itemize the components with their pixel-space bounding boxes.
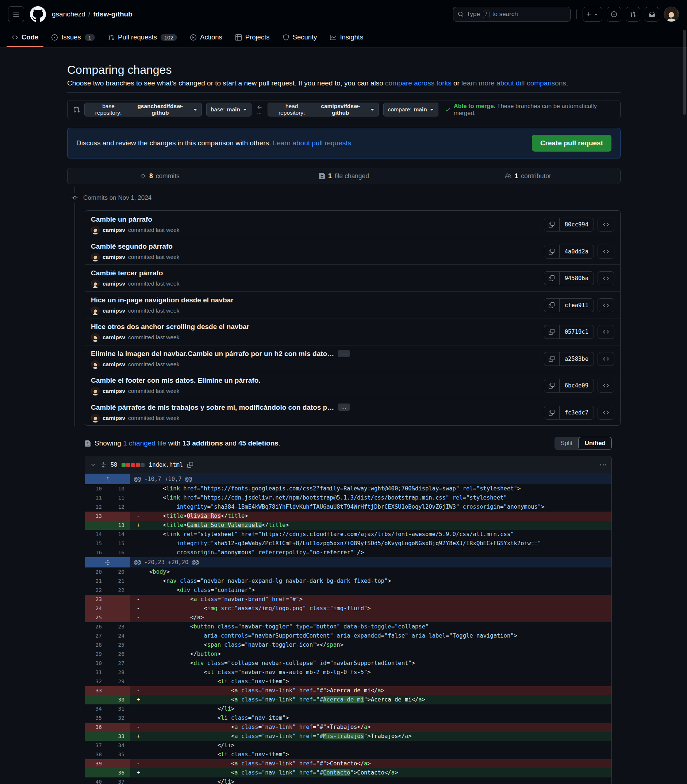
old-line-number[interactable]: 25 [85, 613, 108, 622]
expand-hunk-button[interactable] [85, 474, 130, 484]
new-line-number[interactable] [108, 595, 130, 604]
browse-repo-at-commit-button[interactable] [598, 325, 615, 339]
tab-projects[interactable]: Projects [230, 28, 275, 47]
diff-comparisons-link[interactable]: learn more about diff comparisons [462, 79, 566, 87]
new-line-number[interactable] [108, 512, 130, 521]
new-line-number[interactable]: 30 [108, 695, 130, 704]
commit-sha-button[interactable]: 80cc994 [560, 218, 593, 231]
old-line-number[interactable]: 16 [85, 548, 108, 557]
issues-dashboard-button[interactable] [607, 7, 621, 21]
committer-name[interactable]: camipsv [103, 388, 125, 394]
old-line-number[interactable]: 12 [85, 502, 108, 512]
tab-insights[interactable]: Insights [325, 28, 368, 47]
old-line-number[interactable]: 34 [85, 704, 108, 713]
split-view-button[interactable]: Split [554, 437, 578, 450]
browse-repo-at-commit-button[interactable] [598, 298, 615, 312]
browse-repo-at-commit-button[interactable] [598, 352, 615, 366]
compare-across-forks-link[interactable]: compare across forks [385, 79, 452, 87]
committer-name[interactable]: camipsv [103, 334, 125, 341]
new-line-number[interactable]: 36 [108, 768, 130, 777]
old-line-number[interactable] [85, 732, 108, 741]
new-line-number[interactable]: 29 [108, 677, 130, 686]
copy-sha-button[interactable] [544, 352, 560, 366]
tab-pull-requests[interactable]: Pull requests 102 [103, 28, 182, 47]
new-line-number[interactable]: 23 [108, 622, 130, 631]
github-logo[interactable] [30, 6, 46, 22]
new-line-number[interactable] [108, 604, 130, 613]
old-line-number[interactable]: 31 [85, 668, 108, 677]
pull-requests-dashboard-button[interactable] [626, 7, 640, 21]
commit-title[interactable]: Cambié párrafos de mis trabajos y sobre … [91, 403, 350, 412]
file-options-button[interactable] [600, 462, 606, 468]
copy-sha-button[interactable] [544, 245, 560, 258]
new-line-number[interactable]: 15 [108, 539, 130, 548]
old-line-number[interactable]: 29 [85, 650, 108, 659]
new-line-number[interactable]: 11 [108, 493, 130, 502]
create-new-button[interactable] [583, 7, 602, 21]
old-line-number[interactable]: 28 [85, 641, 108, 650]
committer-avatar[interactable] [91, 306, 100, 315]
new-line-number[interactable]: 14 [108, 530, 130, 539]
expand-commit-message-button[interactable]: … [338, 404, 350, 411]
changed-file-link[interactable]: 1 changed file [123, 439, 166, 447]
commit-sha-button[interactable]: 6bc4e09 [560, 379, 593, 392]
user-avatar[interactable] [664, 7, 679, 22]
commit-sha-button[interactable]: 945806a [560, 272, 593, 285]
tab-issues[interactable]: Issues 1 [46, 28, 100, 47]
commit-sha-button[interactable]: 05719c1 [560, 325, 593, 339]
new-line-number[interactable]: 10 [108, 484, 130, 493]
browse-repo-at-commit-button[interactable] [598, 379, 615, 392]
old-line-number[interactable]: 22 [85, 586, 108, 595]
expand-commit-message-button[interactable]: … [338, 350, 350, 357]
commit-sha-button[interactable]: fc3edc7 [560, 406, 593, 419]
old-line-number[interactable]: 38 [85, 750, 108, 759]
old-line-number[interactable]: 40 [85, 777, 108, 784]
old-line-number[interactable]: 33 [85, 686, 108, 695]
base-branch-picker[interactable]: base: main [206, 103, 251, 117]
old-line-number[interactable]: 20 [85, 567, 108, 576]
browse-repo-at-commit-button[interactable] [598, 406, 615, 420]
new-line-number[interactable]: 12 [108, 502, 130, 512]
head-repository-picker[interactable]: head repository: camipsv/fdsw-github [268, 103, 379, 117]
new-line-number[interactable]: 31 [108, 704, 130, 713]
old-line-number[interactable]: 21 [85, 576, 108, 586]
committer-name[interactable]: camipsv [103, 361, 125, 368]
commit-title[interactable]: Hice un in-page navigation desde el navb… [91, 295, 233, 305]
committer-avatar[interactable] [91, 253, 100, 262]
new-line-number[interactable]: 37 [108, 777, 130, 784]
old-line-number[interactable]: 14 [85, 530, 108, 539]
commit-title[interactable]: Cambie el footer con mis datos. Elimine … [91, 376, 261, 385]
copy-file-path-button[interactable] [187, 462, 193, 468]
new-line-number[interactable]: 21 [108, 576, 130, 586]
search-input[interactable]: Type / to search [453, 7, 570, 21]
old-line-number[interactable] [85, 768, 108, 777]
commit-sha-button[interactable]: cfea911 [560, 299, 593, 312]
new-line-number[interactable] [108, 759, 130, 768]
new-line-number[interactable] [108, 723, 130, 732]
committer-avatar[interactable] [91, 414, 100, 422]
compare-branch-picker[interactable]: compare: main [383, 103, 439, 117]
new-line-number[interactable]: 32 [108, 713, 130, 723]
new-line-number[interactable]: 22 [108, 586, 130, 595]
committer-name[interactable]: camipsv [103, 227, 125, 233]
hamburger-menu-button[interactable] [8, 6, 24, 22]
new-line-number[interactable]: 20 [108, 567, 130, 576]
new-line-number[interactable]: 27 [108, 659, 130, 668]
old-line-number[interactable]: 32 [85, 677, 108, 686]
old-line-number[interactable]: 24 [85, 604, 108, 613]
copy-sha-button[interactable] [544, 218, 560, 231]
copy-sha-button[interactable] [544, 272, 560, 285]
commit-title[interactable]: Cambie un párrafo [91, 215, 179, 224]
commit-title[interactable]: Cambié segundo párrafo [91, 242, 179, 251]
committer-avatar[interactable] [91, 360, 100, 369]
unified-view-button[interactable]: Unified [578, 437, 612, 450]
old-line-number[interactable]: 35 [85, 713, 108, 723]
old-line-number[interactable]: 36 [85, 723, 108, 732]
committer-name[interactable]: camipsv [103, 280, 125, 287]
base-repository-picker[interactable]: base repository: gsanchezd/fdsw-github [84, 103, 202, 117]
files-changed-stat[interactable]: 1 file changed [252, 172, 436, 180]
browse-repo-at-commit-button[interactable] [598, 217, 615, 232]
learn-about-pull-requests-link[interactable]: Learn about pull requests [273, 139, 351, 147]
tab-actions[interactable]: Actions [185, 28, 227, 47]
tab-security[interactable]: Security [278, 28, 322, 47]
